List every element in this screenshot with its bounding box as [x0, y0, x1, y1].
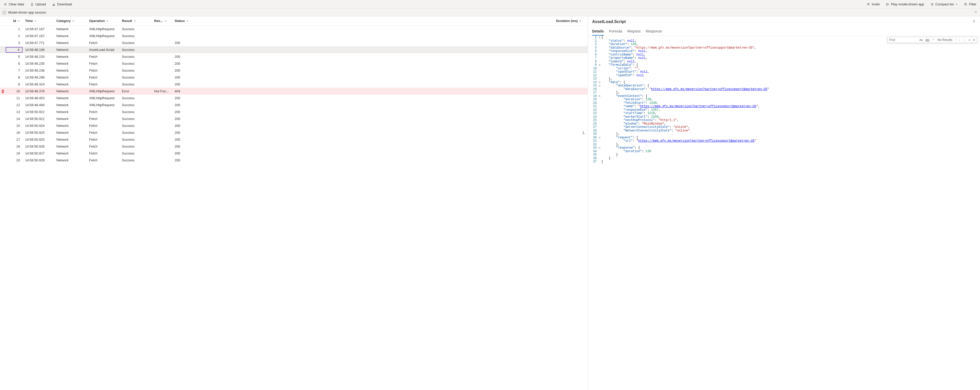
- find-in-selection-button[interactable]: ≡: [968, 38, 971, 41]
- cell-category: Network: [54, 27, 87, 31]
- cell-time: 14:58:50.928: [22, 158, 54, 162]
- table-row[interactable]: 514:58:48.233NetworkFetchSuccess200: [0, 53, 588, 60]
- fold-toggle[interactable]: ⊟: [598, 95, 601, 98]
- compact-list-button[interactable]: Compact list: [929, 1, 959, 7]
- cell-category: Network: [54, 103, 87, 107]
- tab-response[interactable]: Response: [646, 27, 662, 36]
- cell-operation: Fetch: [87, 82, 119, 86]
- find-next-button[interactable]: →: [963, 38, 967, 41]
- play-app-button[interactable]: Play model-driven app: [885, 1, 925, 7]
- fold-toggle: [598, 88, 601, 91]
- table-row[interactable]: 414:58:48.106NetworkAssetLoad.ScriptSucc…: [0, 46, 588, 53]
- upload-button[interactable]: Upload: [29, 1, 47, 7]
- table-row[interactable]: 1814:58:50.926NetworkFetchSuccess200: [0, 143, 588, 150]
- chevron-down-icon: [955, 3, 958, 6]
- fold-toggle[interactable]: ⊟: [598, 81, 601, 84]
- invite-button[interactable]: Invite: [865, 1, 881, 7]
- col-operation[interactable]: Operation: [87, 19, 119, 23]
- download-button[interactable]: Download: [51, 1, 73, 7]
- table-row[interactable]: 1214:58:48.494NetworkXMLHttpRequestSucce…: [0, 101, 588, 108]
- table-row[interactable]: 214:58:47.167NetworkXMLHttpRequestSucces…: [0, 32, 588, 40]
- fold-toggle: [598, 43, 601, 46]
- table-row[interactable]: 1714:58:50.925NetworkFetchSuccess200: [0, 136, 588, 143]
- find-result-label: No Results: [937, 38, 953, 42]
- col-time[interactable]: Time: [22, 19, 54, 23]
- cell-id: 11: [6, 96, 22, 100]
- clear-data-button[interactable]: Clear data: [3, 1, 25, 7]
- regex-button[interactable]: .*: [932, 38, 934, 41]
- col-id[interactable]: Id: [6, 19, 22, 23]
- col-category[interactable]: Category: [54, 19, 87, 23]
- col-duration[interactable]: Duration (ms): [199, 19, 584, 23]
- cell-status: 200: [172, 110, 199, 114]
- cell-id: 10: [6, 89, 22, 93]
- cell-id: 4: [6, 47, 22, 53]
- fold-toggle[interactable]: ⊟: [598, 63, 601, 67]
- error-icon: ✕: [2, 89, 4, 93]
- json-editor[interactable]: 1234567891011121314151617181920212223242…: [588, 36, 980, 390]
- table-row[interactable]: 914:58:48.324NetworkFetchSuccess200: [0, 81, 588, 88]
- fold-toggle[interactable]: ⊟: [598, 146, 601, 150]
- svg-point-1: [965, 3, 966, 5]
- cell-status: 200: [172, 151, 199, 155]
- table-body[interactable]: 114:58:47.167NetworkXMLHttpRequestSucces…: [0, 25, 588, 390]
- fold-toggle: [598, 98, 601, 101]
- table-row[interactable]: 114:58:47.167NetworkXMLHttpRequestSucces…: [0, 25, 588, 32]
- cell-duration: 1,: [199, 131, 588, 135]
- cell-operation: XMLHttpRequest: [87, 96, 119, 100]
- table-row[interactable]: 614:58:48.235NetworkFetchSuccess200: [0, 60, 588, 67]
- find-input[interactable]: [889, 38, 917, 42]
- table-row[interactable]: 1514:58:50.924NetworkFetchSuccess200: [0, 122, 588, 129]
- details-pane: AssetLoad.Script DetailsFormulaRequestRe…: [588, 16, 980, 390]
- col-status[interactable]: Status: [172, 19, 199, 23]
- cell-result: Success: [119, 48, 151, 52]
- fold-toggle[interactable]: ⊟: [598, 36, 601, 40]
- cell-id: 17: [6, 138, 22, 141]
- table-row[interactable]: 1414:58:50.922NetworkFetchSuccess200: [0, 115, 588, 122]
- cell-id: 3: [6, 41, 22, 45]
- cell-id: 12: [6, 103, 22, 107]
- cell-category: Network: [54, 124, 87, 128]
- table-row[interactable]: 714:58:48.236NetworkFetchSuccess200: [0, 67, 588, 74]
- filter-button[interactable]: Filter: [963, 1, 977, 7]
- cell-result: Success: [119, 41, 151, 45]
- session-close-button[interactable]: [974, 10, 977, 14]
- cell-category: Network: [54, 48, 87, 52]
- cell-id: 20: [6, 158, 22, 162]
- tab-formula[interactable]: Formula: [609, 27, 622, 36]
- tab-details[interactable]: Details: [592, 27, 604, 36]
- tab-request[interactable]: Request: [627, 27, 640, 36]
- find-prev-button[interactable]: ←: [958, 38, 961, 41]
- cell-id: 7: [6, 68, 22, 72]
- match-whole-word-button[interactable]: Abl: [925, 38, 930, 41]
- find-close-button[interactable]: ✕: [972, 38, 976, 42]
- details-tabs: DetailsFormulaRequestResponse: [588, 27, 980, 36]
- table-row[interactable]: 2014:58:50.928NetworkFetchSuccess200: [0, 157, 588, 164]
- expand-button[interactable]: [972, 19, 976, 24]
- info-icon: i: [3, 11, 6, 14]
- cell-category: Network: [54, 110, 87, 114]
- table-row[interactable]: 1614:58:50.925NetworkFetchSuccess2001,: [0, 129, 588, 136]
- cell-category: Network: [54, 151, 87, 155]
- table-row[interactable]: 1114:58:48.453NetworkXMLHttpRequestSucce…: [0, 95, 588, 101]
- fold-toggle[interactable]: ⊟: [598, 136, 601, 140]
- table-row[interactable]: ✕1014:58:48.378NetworkXMLHttpRequestErro…: [0, 88, 588, 95]
- match-case-button[interactable]: Aa: [919, 38, 923, 41]
- download-label: Download: [57, 2, 72, 6]
- table-row[interactable]: 314:58:47.771NetworkFetchSuccess200: [0, 40, 588, 46]
- fold-toggle: [598, 150, 601, 154]
- table-row[interactable]: 814:58:48.296NetworkFetchSuccess200: [0, 74, 588, 81]
- cell-time: 14:58:48.494: [22, 103, 54, 107]
- fold-toggle: [598, 119, 601, 122]
- table-row[interactable]: 1314:58:50.922NetworkFetchSuccess200: [0, 108, 588, 115]
- cell-time: 14:58:48.235: [22, 62, 54, 65]
- find-bar: Aa Abl .* No Results ← → ≡ ✕: [887, 37, 977, 43]
- cell-time: 14:58:50.925: [22, 138, 54, 141]
- cell-time: 14:58:48.453: [22, 96, 54, 100]
- col-result[interactable]: Result: [119, 19, 151, 23]
- clear-data-label: Clear data: [9, 2, 24, 6]
- fold-toggle[interactable]: ⊟: [598, 84, 601, 88]
- table-row[interactable]: 1914:58:50.927NetworkFetchSuccess200: [0, 150, 588, 157]
- col-result-reason[interactable]: Res...: [151, 19, 172, 23]
- session-title: Model-driven app session: [8, 11, 46, 14]
